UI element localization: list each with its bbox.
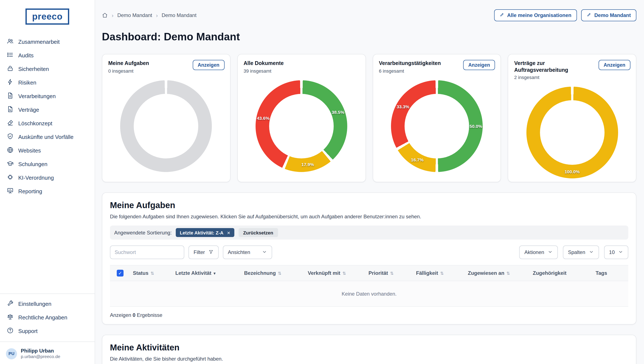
column-header-bezeichnung[interactable]: Bezeichnung	[242, 270, 305, 276]
column-header-letzte-aktivitaet[interactable]: Letzte Aktivität	[173, 270, 242, 276]
document-icon	[7, 92, 14, 100]
main-content: Demo Mandant Demo Mandant Alle meine Org…	[95, 0, 644, 364]
sidebar-item-label: Sicherheiten	[18, 66, 49, 72]
sidebar-item-label: Verarbeitungen	[18, 93, 56, 99]
card-subtitle: 2 insgesamt	[514, 75, 630, 80]
sidebar-item-label: Zusammenarbeit	[18, 39, 60, 45]
actions-dropdown[interactable]: Aktionen	[519, 245, 558, 259]
tasks-title: Meine Aufgaben	[110, 200, 628, 210]
column-header-status[interactable]: Status	[130, 270, 173, 276]
sidebar-item-websites[interactable]: Websites	[0, 144, 95, 157]
sidebar-item-label: Support	[18, 328, 38, 334]
all-organisations-button[interactable]: Alle meine Organisationen	[494, 9, 577, 21]
sort-icon	[150, 270, 154, 276]
tasks-panel: Meine Aufgaben Die folgenden Aufgaben si…	[102, 192, 636, 324]
avatar: PU	[6, 348, 17, 359]
reset-sort-button[interactable]: Zurücksetzen	[238, 228, 278, 237]
column-header-faelligkeit[interactable]: Fälligkeit	[414, 270, 465, 276]
page-title: Dashboard: Demo Mandant	[102, 31, 636, 43]
scales-icon	[7, 314, 14, 322]
sort-chip[interactable]: Letzte Aktivität: Z-A	[176, 228, 234, 237]
sidebar-item-rechtliche-angaben[interactable]: Rechtliche Angaben	[0, 311, 95, 324]
page-size-dropdown[interactable]: 10	[604, 245, 628, 259]
donut-hole	[404, 94, 469, 158]
sort-icon	[342, 270, 346, 276]
checklist-icon	[7, 51, 14, 59]
anzeigen-button[interactable]: Anzeigen	[598, 60, 630, 70]
sidebar-item-risiken[interactable]: Risiken	[0, 76, 95, 89]
sidebar-item-reporting[interactable]: Reporting	[0, 184, 95, 198]
anzeigen-button[interactable]: Anzeigen	[463, 60, 495, 70]
topbar: Demo Mandant Demo Mandant Alle meine Org…	[102, 9, 636, 21]
select-all-checkbox[interactable]	[117, 270, 124, 276]
views-dropdown[interactable]: Ansichten	[223, 245, 272, 259]
column-header-zugewiesen-an[interactable]: Zugewiesen an	[465, 270, 530, 276]
sort-icon	[440, 270, 444, 276]
sidebar-item-vertraege[interactable]: Verträge	[0, 103, 95, 116]
sidebar-footer: Einstellungen Rechtliche Angaben Support…	[0, 290, 95, 360]
sort-label: Angewendete Sortierung:	[114, 230, 172, 235]
sidebar-item-loeschkonzept[interactable]: Löschkonzept	[0, 116, 95, 130]
breadcrumb-link-mandant[interactable]: Demo Mandant	[118, 12, 152, 18]
sidebar-item-zusammenarbeit[interactable]: Zusammenarbeit	[0, 35, 95, 49]
breadcrumb-separator	[156, 12, 158, 19]
applied-sort-bar: Angewendete Sortierung: Letzte Aktivität…	[110, 226, 628, 240]
help-icon	[7, 327, 14, 335]
donut-chart-tasks	[120, 80, 212, 172]
logo-text: preeco	[32, 12, 62, 21]
breadcrumb-link-current[interactable]: Demo Mandant	[162, 12, 196, 18]
sidebar-item-schulungen[interactable]: Schulungen	[0, 157, 95, 171]
users-icon	[7, 38, 14, 46]
sidebar-item-label: Einstellungen	[18, 301, 51, 307]
card-subtitle: 39 insgesamt	[244, 68, 360, 73]
wrench-icon	[7, 300, 14, 308]
ai-chip-icon	[7, 174, 14, 182]
column-header-verknuepft-mit[interactable]: Verknüpft mit	[305, 270, 366, 276]
donut-chart-contracts: 100.0%	[526, 87, 618, 179]
sidebar-item-audits[interactable]: Audits	[0, 49, 95, 62]
donut-segment-label: 16.7%	[411, 157, 424, 162]
pencil-icon	[587, 12, 591, 18]
donut-segment-label: 17.9%	[302, 162, 314, 167]
card-verarbeitungstaetigkeiten: Verarbeitungstätigkeiten 6 insgesamt Anz…	[372, 54, 501, 182]
close-icon[interactable]	[227, 230, 230, 235]
breadcrumb-separator	[112, 12, 114, 19]
user-menu[interactable]: PU Philipp Urban p.urban@preeco.de	[0, 345, 95, 360]
column-header-tags: Tags	[593, 270, 628, 276]
donut-hole	[540, 101, 604, 165]
activities-panel: Meine Aktivitäten Die Aktivitäten, die S…	[102, 335, 636, 364]
sort-icon	[390, 270, 394, 276]
divider	[0, 341, 95, 342]
anzeigen-button[interactable]: Anzeigen	[192, 60, 224, 70]
sidebar-item-support[interactable]: Support	[0, 324, 95, 338]
column-header-zugehoerigkeit: Zugehörigkeit	[530, 270, 593, 276]
sidebar-item-auskuenfte[interactable]: Auskünfte und Vorfälle	[0, 130, 95, 144]
divider	[0, 293, 95, 294]
columns-dropdown[interactable]: Spalten	[563, 245, 599, 259]
chevron-down-icon	[548, 249, 553, 255]
sidebar-item-ki-verordnung[interactable]: KI-Verordnung	[0, 171, 95, 184]
sidebar-item-verarbeitungen[interactable]: Verarbeitungen	[0, 89, 95, 103]
search-input[interactable]	[110, 245, 184, 259]
sidebar-item-label: Löschkonzept	[18, 120, 52, 126]
sidebar-item-label: Rechtliche Angaben	[18, 314, 67, 321]
column-header-prioritaet[interactable]: Priorität	[366, 270, 414, 276]
sidebar-item-sicherheiten[interactable]: Sicherheiten	[0, 62, 95, 76]
graduation-cap-icon	[7, 160, 14, 168]
breadcrumb: Demo Mandant Demo Mandant	[102, 12, 196, 19]
sidebar-item-einstellungen[interactable]: Einstellungen	[0, 297, 95, 311]
table-header-select-cell	[110, 270, 130, 276]
lock-icon	[7, 65, 14, 73]
demo-mandant-button[interactable]: Demo Mandant	[581, 9, 636, 21]
activities-description: Die Aktivitäten, die Sie bisher durchgef…	[110, 356, 628, 362]
donut-segment-label: 43.6%	[257, 116, 270, 121]
donut-chart-processing: 50.0%16.7%33.3%	[391, 80, 483, 172]
chevron-down-icon	[588, 249, 594, 255]
home-icon[interactable]	[102, 12, 108, 18]
presentation-chart-icon	[7, 187, 14, 195]
sidebar-item-label: Verträge	[18, 106, 39, 113]
preeco-logo[interactable]: preeco	[25, 9, 70, 25]
donut-chart-documents: 38.5%17.9%43.6%	[256, 80, 347, 172]
filter-button[interactable]: Filter	[188, 245, 218, 259]
pencil-icon	[500, 12, 504, 18]
